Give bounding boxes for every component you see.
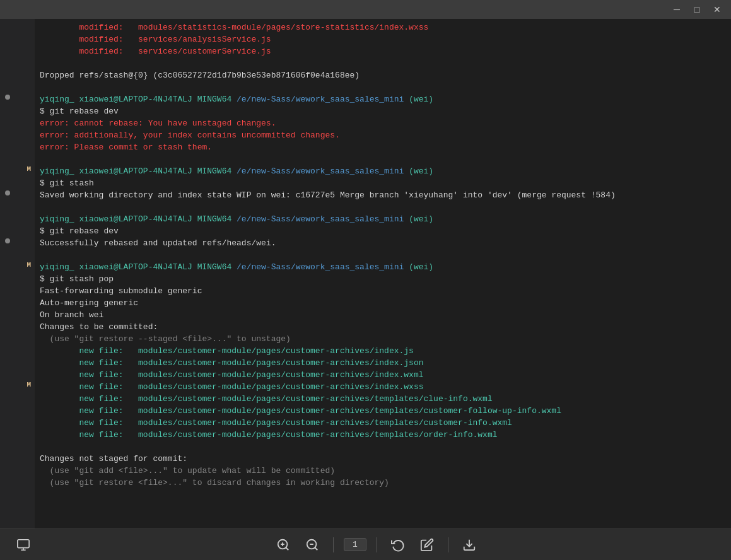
terminal-content[interactable]: modified: modules/statistics-module/page… (35, 19, 731, 528)
toolbar-separator-3 (448, 537, 448, 552)
terminal-line: new file: modules/customer-module/pages/… (40, 429, 726, 441)
terminal-line: Fast-forwarding submodule generic (40, 285, 726, 297)
terminal-line: new file: modules/customer-module/pages/… (40, 357, 726, 369)
terminal-line: modified: services/customerService.js (40, 45, 726, 57)
terminal-prompt-4: yiqing_ xiaowei@LAPTOP-4NJ4TALJ MINGW64 … (40, 261, 726, 273)
terminal-line: $ git stash pop (40, 273, 726, 285)
gutter-dot-2 (0, 187, 35, 199)
terminal-line: new file: modules/customer-module/pages/… (40, 417, 726, 429)
terminal-line: $ git rebase dev (40, 225, 726, 237)
terminal-line: (use "git restore --staged <file>..." to… (40, 333, 726, 345)
terminal-line: Changes not staged for commit: (40, 453, 726, 465)
terminal-line (40, 249, 726, 261)
gutter-dot-1 (0, 91, 35, 103)
terminal-line (40, 201, 726, 213)
toolbar-separator-2 (377, 537, 377, 552)
terminal-line: modified: modules/statistics-module/page… (40, 21, 726, 33)
terminal-line: new file: modules/customer-module/pages/… (40, 345, 726, 357)
terminal-line: new file: modules/customer-module/pages/… (40, 381, 726, 393)
terminal-line: error: Please commit or stash them. (40, 141, 726, 153)
terminal-line (40, 57, 726, 69)
svg-rect-0 (18, 539, 29, 547)
window-controls: ─ □ ✕ (668, 3, 726, 16)
terminal-line: Auto-merging generic (40, 297, 726, 309)
terminal-prompt-3: yiqing_ xiaowei@LAPTOP-4NJ4TALJ MINGW64 … (40, 213, 726, 225)
minimize-button[interactable]: ─ (668, 3, 686, 16)
terminal-line: On branch wei (40, 309, 726, 321)
gutter-dot-3 (0, 235, 35, 247)
svg-line-8 (315, 547, 317, 550)
page-number: 1 (344, 538, 366, 551)
terminal-prompt-2: yiqing_ xiaowei@LAPTOP-4NJ4TALJ MINGW64 … (40, 165, 726, 177)
terminal-line: $ git rebase dev (40, 105, 726, 117)
gutter: M M M (0, 19, 35, 528)
terminal-line: (use "git add <file>..." to update what … (40, 465, 726, 477)
terminal-line: Dropped refs/stash@{0} (c3c06527272d1d7b… (40, 69, 726, 81)
main-area: M M M modif (0, 19, 731, 528)
gutter-m-3: M (0, 378, 35, 390)
monitor-button[interactable] (13, 535, 34, 554)
terminal-line: Changes to be committed: (40, 321, 726, 333)
toolbar-center: 1 (272, 535, 480, 554)
maximize-button[interactable]: □ (688, 3, 706, 16)
terminal-line (40, 81, 726, 93)
terminal-line: error: additionally, your index contains… (40, 129, 726, 141)
terminal-line: new file: modules/customer-module/pages/… (40, 393, 726, 405)
close-button[interactable]: ✕ (708, 3, 726, 16)
zoom-in-button[interactable] (272, 535, 294, 554)
svg-line-4 (286, 547, 288, 550)
gutter-m-1: M (0, 163, 35, 175)
terminal-line: new file: modules/customer-module/pages/… (40, 369, 726, 381)
toolbar: 1 (0, 528, 731, 560)
terminal-line: error: cannot rebase: You have unstaged … (40, 117, 726, 129)
toolbar-separator-1 (333, 537, 334, 552)
terminal-prompt-1: yiqing_ xiaowei@LAPTOP-4NJ4TALJ MINGW64 … (40, 93, 726, 105)
terminal-line: $ git stash (40, 177, 726, 189)
gutter-m-2: M (0, 259, 35, 271)
terminal-line: new file: modules/customer-module/pages/… (40, 405, 726, 417)
edit-button[interactable] (416, 535, 438, 554)
toolbar-left (13, 535, 34, 554)
terminal-line: Successfully rebased and updated refs/he… (40, 237, 726, 249)
download-button[interactable] (459, 535, 480, 554)
terminal-line: (use "git restore <file>..." to discard … (40, 477, 726, 489)
titlebar: ─ □ ✕ (0, 0, 731, 19)
terminal-line: modified: services/analysisService.js (40, 33, 726, 45)
refresh-button[interactable] (387, 535, 409, 554)
zoom-out-button[interactable] (301, 535, 323, 554)
terminal-line (40, 153, 726, 165)
terminal-line (40, 441, 726, 453)
terminal-line: Saved working directory and index state … (40, 189, 726, 201)
